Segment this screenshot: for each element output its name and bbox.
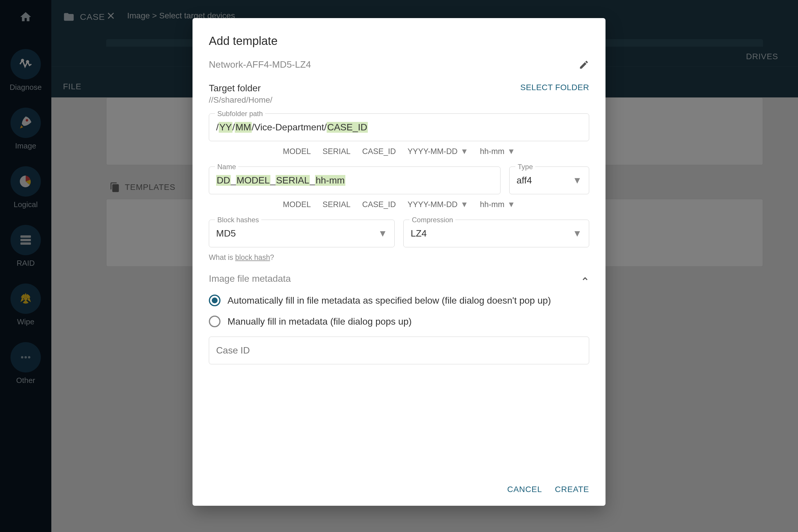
dialog-title: Add template [192, 18, 606, 59]
token-case-id[interactable]: CASE_ID [362, 147, 396, 156]
token-date[interactable]: YYYY-MM-DD ▼ [407, 147, 468, 156]
name-field[interactable]: Name DD_MODEL_SERIAL_hh-mm [209, 167, 500, 194]
chevron-down-icon: ▼ [460, 200, 469, 209]
radio-icon-unchecked [209, 316, 221, 327]
token-time[interactable]: hh-mm ▼ [480, 147, 515, 156]
radio-label: Automatically fill in file metadata as s… [228, 295, 551, 306]
token-row-2: MODEL SERIAL CASE_ID YYYY-MM-DD ▼ hh-mm … [209, 200, 589, 209]
compression-label: Compression [410, 216, 455, 224]
token-row-1: MODEL SERIAL CASE_ID YYYY-MM-DD ▼ hh-mm … [209, 147, 589, 156]
block-hash-hint: What is block hash? [209, 253, 589, 262]
metadata-section-title: Image file metadata [209, 273, 291, 284]
template-name: Network-AFF4-MD5-LZ4 [209, 59, 311, 70]
block-hash-label: Block hashes [215, 216, 261, 224]
chevron-down-icon: ▼ [508, 147, 515, 156]
radio-auto-fill[interactable]: Automatically fill in file metadata as s… [209, 294, 589, 306]
target-folder-label: Target folder [209, 83, 272, 94]
chevron-down-icon: ▼ [572, 175, 582, 186]
radio-icon-checked [209, 294, 221, 306]
block-hash-value: MD5 [216, 228, 236, 239]
chevron-down-icon: ▼ [460, 147, 469, 156]
radio-label: Manually fill in metadata (file dialog p… [228, 316, 412, 327]
subfolder-value[interactable]: /YY/MM/Vice-Department/CASE_ID [209, 114, 589, 141]
name-label: Name [215, 163, 238, 171]
dialog-body: Network-AFF4-MD5-LZ4 Target folder //S/s… [192, 59, 606, 476]
edit-icon[interactable] [579, 59, 589, 70]
chevron-down-icon: ▼ [378, 228, 387, 239]
radio-manual-fill[interactable]: Manually fill in metadata (file dialog p… [209, 316, 589, 327]
block-hash-link[interactable]: block hash [235, 253, 270, 261]
compression-select[interactable]: Compression LZ4 ▼ [403, 220, 589, 247]
subfolder-label: Subfolder path [215, 110, 265, 118]
compression-value: LZ4 [411, 228, 427, 239]
chevron-up-icon [581, 275, 589, 283]
chevron-down-icon: ▼ [508, 200, 515, 209]
target-folder-path: //S/shared/Home/ [209, 95, 272, 105]
cancel-button[interactable]: CANCEL [507, 485, 542, 494]
chevron-down-icon: ▼ [572, 228, 582, 239]
metadata-section-header[interactable]: Image file metadata [209, 273, 589, 284]
token-time[interactable]: hh-mm ▼ [480, 200, 515, 209]
type-label: Type [515, 163, 535, 171]
block-hash-select[interactable]: Block hashes MD5 ▼ [209, 220, 395, 247]
token-serial[interactable]: SERIAL [323, 200, 350, 209]
dialog-footer: CANCEL CREATE [192, 476, 606, 506]
case-id-input[interactable] [209, 337, 589, 364]
token-model[interactable]: MODEL [283, 147, 311, 156]
subfolder-field[interactable]: Subfolder path /YY/MM/Vice-Department/CA… [209, 113, 589, 141]
token-date[interactable]: YYYY-MM-DD ▼ [407, 200, 468, 209]
token-serial[interactable]: SERIAL [323, 147, 350, 156]
type-value: aff4 [516, 175, 532, 186]
create-button[interactable]: CREATE [555, 485, 589, 494]
add-template-dialog: Add template Network-AFF4-MD5-LZ4 Target… [192, 18, 606, 506]
name-value[interactable]: DD_MODEL_SERIAL_hh-mm [209, 167, 500, 194]
token-case-id[interactable]: CASE_ID [362, 200, 396, 209]
case-id-field[interactable] [209, 337, 589, 364]
type-select[interactable]: Type aff4 ▼ [509, 167, 589, 194]
select-folder-button[interactable]: SELECT FOLDER [520, 83, 589, 92]
token-model[interactable]: MODEL [283, 200, 311, 209]
